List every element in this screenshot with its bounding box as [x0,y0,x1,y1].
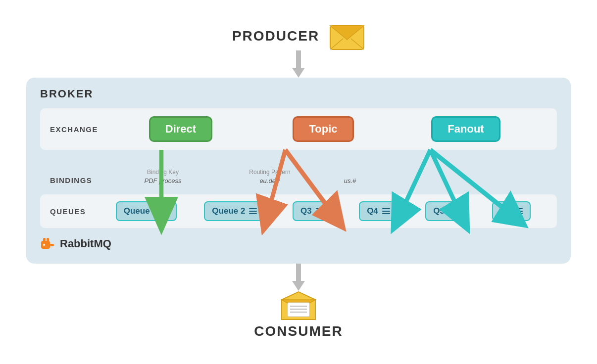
rabbitmq-logo: RabbitMQ [40,236,557,252]
exchange-fanout-badge: Fanout [431,116,500,142]
bindings-content: Binding Key PDF process Routing Pattern … [100,169,547,184]
broker-label: BROKER [40,88,557,100]
queue-2: Queue 2 [204,201,265,221]
producer-envelope-icon [329,25,365,50]
bindings-queues-area: BINDINGS Binding Key PDF process Routing… [40,150,557,228]
producer-section: PRODUCER [232,25,365,50]
arrow-producer-to-broker [292,50,305,78]
bindings-section-label: BINDINGS [50,176,100,184]
exchange-section-label: EXCHANGE [50,125,100,134]
svg-rect-15 [47,238,49,243]
consumer-section: CONSUMER [254,291,343,339]
queues-content: Queue 1 Queue 2 Q3 [100,201,547,221]
routing-pattern-value: eu.de.* [259,177,280,184]
exchange-direct-badge: Direct [149,116,212,142]
queue-q3: Q3 [293,201,332,221]
queue-lines-icon [515,208,523,214]
routing-pattern-title: Routing Pattern [249,169,290,176]
routing-pattern-value2: us.# [344,177,356,184]
queue-q6: Q6 [492,201,531,221]
rabbitmq-label: RabbitMQ [60,237,111,250]
queue-lines-icon [161,208,169,214]
rabbitmq-icon [40,236,56,252]
svg-rect-14 [43,238,46,243]
queue-lines-icon [249,208,257,214]
binding-key-title: Binding Key [147,169,179,176]
queue-lines-icon [382,208,390,214]
queue-1: Queue 1 [116,201,177,221]
arrow-broker-to-consumer [292,264,305,291]
consumer-envelope-icon [281,291,316,320]
queues-row: QUEUES Queue 1 Queue 2 [40,194,557,228]
queue-lines-icon [448,208,456,214]
exchange-row: EXCHANGE Direct Topic Fanout [40,108,557,150]
queues-section-label: QUEUES [50,207,100,216]
queue-q5: Q5 [425,201,464,221]
exchange-badges: Direct Topic Fanout [100,116,547,142]
producer-label: PRODUCER [232,28,319,44]
bindings-row: BINDINGS Binding Key PDF process Routing… [40,150,557,189]
consumer-label: CONSUMER [254,323,343,339]
diagram-wrapper: PRODUCER BROKER EXCHANGE Direct [26,25,571,339]
exchange-topic-badge: Topic [293,116,353,142]
queue-lines-icon [316,208,324,214]
binding-key-value: PDF process [145,177,182,184]
queue-q4: Q4 [359,201,398,221]
broker-box: BROKER EXCHANGE Direct Topic Fa [26,78,571,264]
svg-point-16 [43,244,45,246]
svg-rect-17 [50,244,54,246]
